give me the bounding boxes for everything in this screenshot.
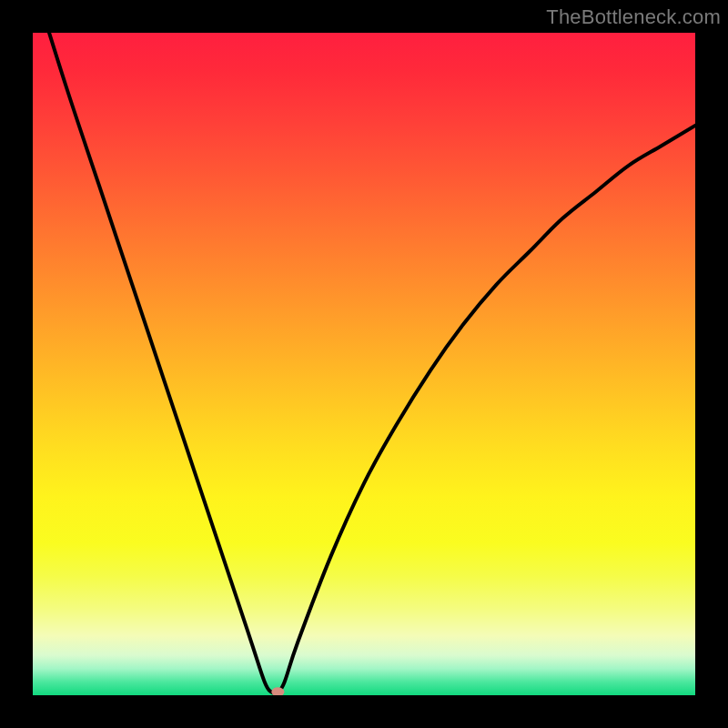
bottleneck-curve <box>33 33 695 693</box>
chart-frame: TheBottleneck.com <box>0 0 728 728</box>
watermark-label: TheBottleneck.com <box>546 5 721 29</box>
plot-area <box>33 33 695 695</box>
curve-layer <box>33 33 695 695</box>
